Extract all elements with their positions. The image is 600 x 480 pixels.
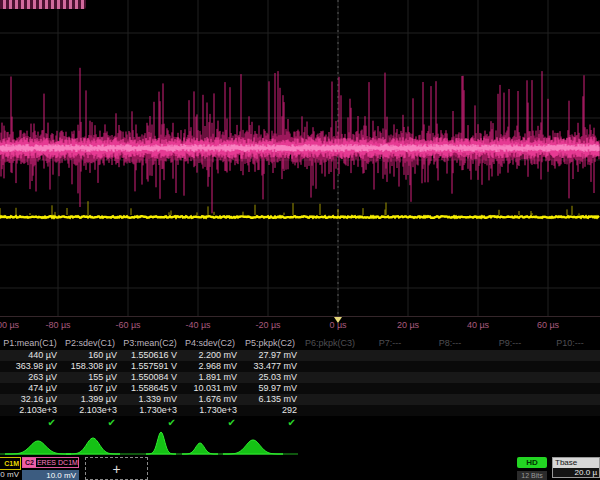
- param-sdev-cell-5: 6.135 mV: [240, 394, 300, 405]
- param-value-cell-4: 2.200 mV: [180, 350, 240, 361]
- param-value-cell-10: [540, 350, 600, 361]
- time-axis-label-5: 0 µs: [329, 320, 346, 330]
- param-header-6[interactable]: P6:pkpk(C3): [300, 337, 360, 350]
- param-min-cell-1: 263 µV: [0, 372, 60, 383]
- param-mean-cell-1: 363.98 µV: [0, 361, 60, 372]
- param-mean-cell-4: 2.968 mV: [180, 361, 240, 372]
- cropped-top-label: [0, 0, 86, 9]
- param-status-cell-5: ✔: [240, 416, 300, 430]
- param-row-sdev: 32.16 µV1.399 µV1.339 mV1.676 mV6.135 mV: [0, 394, 600, 405]
- time-axis-label-4: -20 µs: [255, 320, 280, 330]
- param-header-3[interactable]: P3:mean(C2): [120, 337, 180, 350]
- param-status-cell-10: [540, 416, 600, 430]
- param-value-cell-2: 160 µV: [60, 350, 120, 361]
- time-axis-label-1: -80 µs: [45, 320, 70, 330]
- param-header-9[interactable]: P9:---: [480, 337, 540, 350]
- param-min-cell-4: 1.891 mV: [180, 372, 240, 383]
- channel-c2-name-chip: C2: [23, 458, 36, 467]
- param-status-cell-8: [420, 416, 480, 430]
- channel-c2-vdiv-value[interactable]: 10.0 mV: [22, 470, 79, 480]
- timebase-value: 20.0 µ: [553, 468, 599, 477]
- hd-mode-badge[interactable]: HD: [517, 457, 547, 468]
- time-axis: 00 µs-80 µs-60 µs-40 µs-20 µs0 µs20 µs40…: [0, 317, 600, 333]
- param-row-min: 263 µV155 µV1.550084 V1.891 mV25.03 mV: [0, 372, 600, 383]
- param-value-cell-7: [360, 350, 420, 361]
- channel-c2-descriptor-box[interactable]: C2 ERES DC1M: [22, 457, 79, 468]
- histicon-1: [5, 441, 71, 454]
- histicon-3: [146, 432, 176, 454]
- channel-c2-eres-label: ERES: [36, 458, 57, 467]
- param-min-cell-9: [480, 372, 540, 383]
- param-value-cell-1: 440 µV: [0, 350, 60, 361]
- time-axis-label-3: -40 µs: [185, 320, 210, 330]
- time-axis-label-0: 00 µs: [0, 320, 19, 330]
- param-status-cell-7: [360, 416, 420, 430]
- timebase-box[interactable]: Tbase 20.0 µ: [552, 457, 600, 478]
- param-mean-cell-5: 33.477 mV: [240, 361, 300, 372]
- param-max-cell-8: [420, 383, 480, 394]
- param-sdev-cell-7: [360, 394, 420, 405]
- param-value-cell-6: [300, 350, 360, 361]
- param-status-cell-4: ✔: [180, 416, 240, 430]
- time-axis-label-6: 20 µs: [397, 320, 419, 330]
- channel-c1-descriptor-box[interactable]: C1M: [0, 457, 21, 470]
- param-mean-cell-7: [360, 361, 420, 372]
- param-num-cell-2: 2.103e+3: [60, 405, 120, 416]
- param-row-max: 474 µV167 µV1.558645 V10.031 mV59.97 mV: [0, 383, 600, 394]
- param-status-cell-9: [480, 416, 540, 430]
- param-max-cell-3: 1.558645 V: [120, 383, 180, 394]
- waveform-traces: [0, 0, 600, 318]
- param-header-7[interactable]: P7:---: [360, 337, 420, 350]
- time-axis-label-8: 60 µs: [537, 320, 559, 330]
- param-row-num: 2.103e+32.103e+31.730e+31.730e+3292: [0, 405, 600, 416]
- param-sdev-cell-3: 1.339 mV: [120, 394, 180, 405]
- param-value-cell-3: 1.550616 V: [120, 350, 180, 361]
- param-header-4[interactable]: P4:sdev(C2): [180, 337, 240, 350]
- histicon-5: [223, 440, 283, 454]
- param-status-cell-6: [300, 416, 360, 430]
- param-status-cell-1: ✔: [0, 416, 60, 430]
- time-axis-label-2: -60 µs: [115, 320, 140, 330]
- timebase-title: Tbase: [553, 458, 599, 468]
- param-value-cell-8: [420, 350, 480, 361]
- param-min-cell-10: [540, 372, 600, 383]
- param-sdev-cell-9: [480, 394, 540, 405]
- param-sdev-cell-6: [300, 394, 360, 405]
- param-header-1[interactable]: P1:mean(C1): [0, 337, 60, 350]
- param-row-status: ✔✔✔✔✔: [0, 416, 600, 430]
- param-mean-cell-2: 158.308 µV: [60, 361, 120, 372]
- resolution-bits-label: 12 Bits: [517, 471, 547, 480]
- param-value-cell-9: [480, 350, 540, 361]
- param-header-2[interactable]: P2:sdev(C1): [60, 337, 120, 350]
- param-min-cell-8: [420, 372, 480, 383]
- param-num-cell-3: 1.730e+3: [120, 405, 180, 416]
- param-header-8[interactable]: P8:---: [420, 337, 480, 350]
- measurement-table: P1:mean(C1)P2:sdev(C1)P3:mean(C2)P4:sdev…: [0, 337, 600, 430]
- param-max-cell-5: 59.97 mV: [240, 383, 300, 394]
- param-max-cell-10: [540, 383, 600, 394]
- param-sdev-cell-10: [540, 394, 600, 405]
- param-max-cell-6: [300, 383, 360, 394]
- param-num-cell-5: 292: [240, 405, 300, 416]
- param-row-value: 440 µV160 µV1.550616 V2.200 mV27.97 mV: [0, 350, 600, 361]
- channel-c2-coupling-label: DC1M: [57, 458, 79, 467]
- add-trace-button[interactable]: +: [85, 457, 148, 480]
- param-status-cell-3: ✔: [120, 416, 180, 430]
- oscilloscope-screen: 00 µs-80 µs-60 µs-40 µs-20 µs0 µs20 µs40…: [0, 0, 600, 480]
- param-max-cell-1: 474 µV: [0, 383, 60, 394]
- channel-c1-vdiv-value[interactable]: 0 mV: [0, 470, 19, 480]
- waveform-display[interactable]: [0, 0, 600, 318]
- param-sdev-cell-4: 1.676 mV: [180, 394, 240, 405]
- histicon-2: [66, 438, 120, 454]
- param-header-10[interactable]: P10:---: [540, 337, 600, 350]
- param-mean-cell-6: [300, 361, 360, 372]
- histicon-4: [182, 443, 218, 454]
- param-num-cell-6: [300, 405, 360, 416]
- param-mean-cell-8: [420, 361, 480, 372]
- time-axis-label-7: 40 µs: [467, 320, 489, 330]
- param-mean-cell-3: 1.557591 V: [120, 361, 180, 372]
- channel-c1-coupling-label: C1M: [0, 458, 20, 469]
- param-header-5[interactable]: P5:pkpk(C2): [240, 337, 300, 350]
- param-min-cell-2: 155 µV: [60, 372, 120, 383]
- param-num-cell-7: [360, 405, 420, 416]
